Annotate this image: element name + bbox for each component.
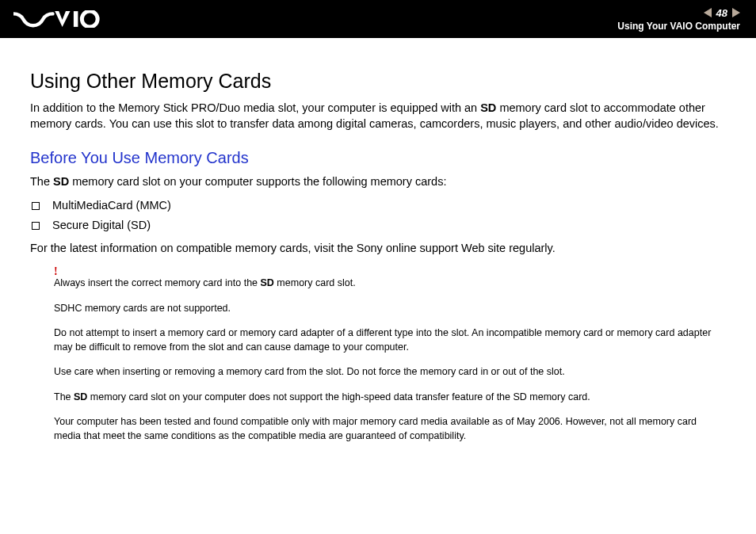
page-nav: 48 [704,7,740,19]
warning-text-a: The [54,391,74,402]
warning-item: SDHC memory cards are not supported. [54,302,726,316]
warning-item: Do not attempt to insert a memory card o… [54,326,726,354]
support-bold: SD [53,175,69,188]
warning-item: Your computer has been tested and found … [54,415,726,443]
svg-point-1 [82,11,97,27]
warning-block: ! Always insert the correct memory card … [30,267,726,443]
warning-text-b: memory card slot on your computer does n… [87,391,590,402]
warning-icon: ! [54,265,58,278]
chapter-title: Using Your VAIO Computer [617,21,740,32]
warning-text-b: memory card slot. [274,277,356,288]
intro-bold: SD [480,101,496,114]
sub-heading: Before You Use Memory Cards [30,149,726,167]
page-header: 48 Using Your VAIO Computer [0,0,756,38]
main-heading: Using Other Memory Cards [30,70,726,93]
support-a: The [30,175,53,188]
vaio-logo [13,0,101,38]
warning-bold: SD [261,277,274,288]
list-item: MultiMediaCard (MMC) [32,196,726,216]
warning-item: Use care when inserting or removing a me… [54,365,726,380]
prev-page-arrow-icon[interactable] [704,8,712,17]
bullet-icon [32,222,40,230]
bullet-text: MultiMediaCard (MMC) [52,196,171,216]
bullet-icon [32,202,40,210]
list-item: Secure Digital (SD) [32,216,726,235]
bullet-text: Secure Digital (SD) [52,216,151,235]
bullet-list: MultiMediaCard (MMC) Secure Digital (SD) [30,196,726,235]
header-right: 48 Using Your VAIO Computer [617,0,740,38]
next-page-arrow-icon[interactable] [732,8,740,17]
page-content: Using Other Memory Cards In addition to … [0,38,756,470]
support-text: The SD memory card slot on your computer… [30,174,726,189]
warning-item: The SD memory card slot on your computer… [54,391,726,405]
support-b: memory card slot on your computer suppor… [69,175,446,188]
svg-rect-0 [74,11,78,27]
warning-bold: SD [74,391,87,402]
warning-item: Always insert the correct memory card in… [54,267,726,291]
warning-text-a: Always insert the correct memory card in… [54,277,261,288]
page-number: 48 [716,7,727,19]
intro-paragraph: In addition to the Memory Stick PRO/Duo … [30,101,726,132]
intro-text-a: In addition to the Memory Stick PRO/Duo … [30,101,480,114]
latest-info: For the latest information on compatible… [30,240,726,256]
